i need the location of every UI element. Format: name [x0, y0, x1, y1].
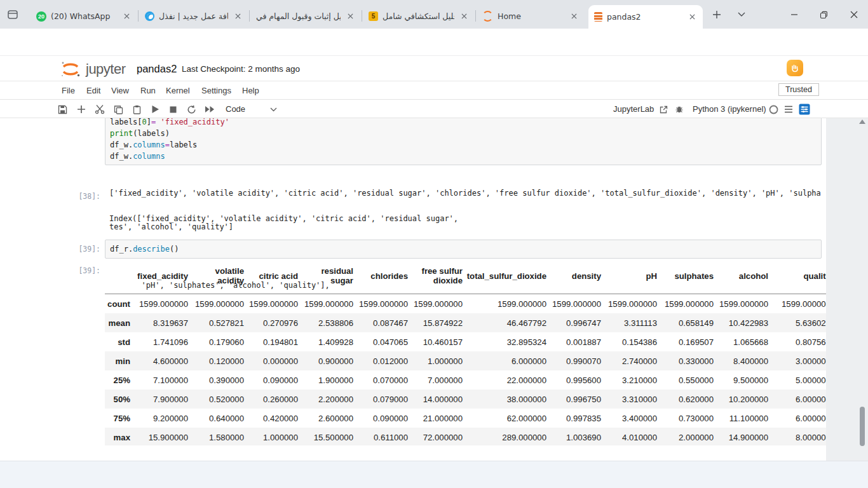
tab-search-icon[interactable]	[6, 8, 19, 21]
tab-close-icon[interactable]	[569, 11, 579, 22]
menu-edit[interactable]: Edit	[86, 86, 100, 95]
table-cell: 0.090000	[245, 370, 299, 390]
table-cell: 15.900000	[132, 428, 189, 445]
table-cell: 10.422983	[715, 313, 770, 332]
menu-file[interactable]: File	[62, 86, 75, 95]
extension-overlay-icon[interactable]	[787, 60, 803, 76]
table-cell: 1599.000000	[299, 294, 355, 314]
menu-run[interactable]: Run	[140, 86, 156, 95]
external-link-icon[interactable]	[656, 102, 670, 116]
restart-run-all-button[interactable]	[203, 102, 217, 116]
column-header: residual sugar	[299, 261, 355, 294]
table-cell: 0.270976	[245, 313, 299, 332]
scrollbar-up-arrow[interactable]	[859, 119, 865, 124]
menu-kernel[interactable]: Kernel	[166, 86, 190, 95]
code-cell-input[interactable]: df_r.describe()	[105, 240, 822, 259]
table-cell: 1.741096	[132, 332, 189, 351]
window-minimize-button[interactable]	[785, 6, 804, 23]
restart-kernel-button[interactable]	[184, 102, 198, 116]
kernel-name[interactable]: Python 3 (ipykernel)	[693, 104, 766, 114]
table-cell: 3.400000	[602, 409, 658, 428]
tab-close-icon[interactable]	[345, 11, 355, 22]
notebook-scroll-area[interactable]: labels[0]= 'fixed_acidity'print(labels)d…	[0, 118, 868, 461]
table-cell: 3.311113	[602, 313, 658, 332]
tab-jupyter-home[interactable]: Home	[477, 6, 585, 27]
table-cell: 0.047065	[355, 332, 409, 351]
menu-help[interactable]: Help	[242, 86, 259, 95]
view-settings-icon[interactable]	[797, 102, 811, 116]
table-cell: 1599.000000	[409, 294, 464, 314]
table-cell: 3.210000	[602, 370, 658, 390]
open-in-jupyterlab-link[interactable]: JupyterLab	[613, 104, 654, 114]
cut-cell-button[interactable]	[93, 102, 107, 116]
table-cell: 8.400000	[715, 351, 770, 370]
copy-cell-button[interactable]	[111, 102, 125, 116]
tab-close-icon[interactable]	[121, 11, 132, 22]
cell-type-chevron-icon[interactable]	[266, 102, 280, 116]
table-cell: 1.065668	[715, 332, 770, 351]
code-line[interactable]: print(labels)	[110, 128, 817, 139]
table-cell: 1.409928	[299, 332, 355, 351]
table-cell: 0.900000	[299, 351, 355, 370]
save-button[interactable]	[55, 102, 69, 116]
add-cell-button[interactable]	[74, 102, 88, 116]
table-cell: 1599.000000	[602, 294, 658, 314]
table-cell: 22.000000	[464, 370, 548, 390]
table-cell: 0.179060	[189, 332, 245, 351]
new-tab-button[interactable]	[707, 6, 726, 23]
tab-title: pandas2	[607, 12, 682, 22]
code-editor[interactable]: labels[0]= 'fixed_acidity'print(labels)d…	[110, 118, 817, 162]
notebook-filename[interactable]: pandas2	[137, 63, 177, 75]
windows-taskbar: Search ع 10	[0, 461, 868, 488]
tab-list-chevron-icon[interactable]	[732, 6, 751, 23]
window-close-button[interactable]	[844, 6, 864, 23]
run-cell-button[interactable]	[148, 102, 162, 116]
kernel-status-icon[interactable]	[766, 102, 780, 116]
tab-nafthali-new-job[interactable]: إضافة عمل جديد | نفذل	[139, 6, 248, 27]
code-editor[interactable]: df_r.describe()	[110, 243, 817, 255]
notebook-scrollbar-track[interactable]	[826, 118, 868, 461]
table-cell: 0.001887	[548, 332, 602, 351]
menu-settings[interactable]: Settings	[201, 86, 231, 95]
input-prompt: [39]:	[64, 245, 100, 254]
tab-close-icon[interactable]	[459, 11, 469, 22]
tab-close-icon[interactable]	[233, 11, 243, 22]
table-cell: 0.090000	[355, 409, 409, 428]
table-cell: 289.000000	[464, 428, 548, 445]
tab-whatsapp[interactable]: 20 (20) WhatsApp	[31, 6, 137, 27]
output-prompt: [38]:	[64, 192, 100, 201]
tab-title: (20) WhatsApp	[51, 11, 117, 21]
whatsapp-badge: 20	[36, 11, 46, 22]
table-cell: 6.000000	[770, 390, 826, 409]
table-cell: 0.611000	[355, 428, 409, 445]
debugger-bug-icon[interactable]	[672, 102, 686, 116]
code-line[interactable]: df_w.columns	[110, 151, 817, 162]
code-line[interactable]: labels[0]= 'fixed_acidity'	[110, 118, 817, 128]
menu-view[interactable]: View	[111, 86, 129, 95]
table-cell: 6.000000	[464, 351, 548, 370]
code-cell-input[interactable]: labels[0]= 'fixed_acidity'print(labels)d…	[105, 118, 822, 165]
table-cell: 15.500000	[299, 428, 355, 445]
tab-pandas2-active[interactable]: pandas2	[588, 5, 703, 29]
table-cell: 2.200000	[299, 390, 355, 409]
table-cell: 0.997835	[548, 409, 602, 428]
interrupt-kernel-button[interactable]	[166, 102, 180, 116]
tab-exploratory-analysis[interactable]: 5 تحليل استكشافي شامل	[363, 6, 475, 27]
notebook-tools-menu-icon[interactable]	[782, 102, 796, 116]
tab-proof-guide[interactable]: دليل إثبات وقبول المهام في	[250, 6, 361, 27]
code-line[interactable]: df_w.columns=labels	[110, 139, 817, 151]
table-cell: 2.740000	[602, 351, 658, 370]
scrollbar-thumb[interactable]	[860, 407, 865, 446]
cell-type-dropdown[interactable]: Code	[226, 104, 245, 114]
jupyter-logo[interactable]: jupyter	[60, 60, 126, 79]
window-restore-button[interactable]	[814, 6, 833, 23]
table-cell: 1599.000000	[132, 294, 189, 314]
code-line[interactable]: df_r.describe()	[110, 243, 817, 255]
paste-cell-button[interactable]	[130, 102, 144, 116]
trusted-badge[interactable]: Trusted	[778, 83, 819, 96]
table-cell: 0.996747	[548, 313, 602, 332]
table-cell: 15.874922	[409, 313, 464, 332]
table-cell: 10.460157	[409, 332, 464, 351]
tab-close-icon[interactable]	[687, 12, 697, 22]
table-cell: 2.538806	[299, 313, 355, 332]
